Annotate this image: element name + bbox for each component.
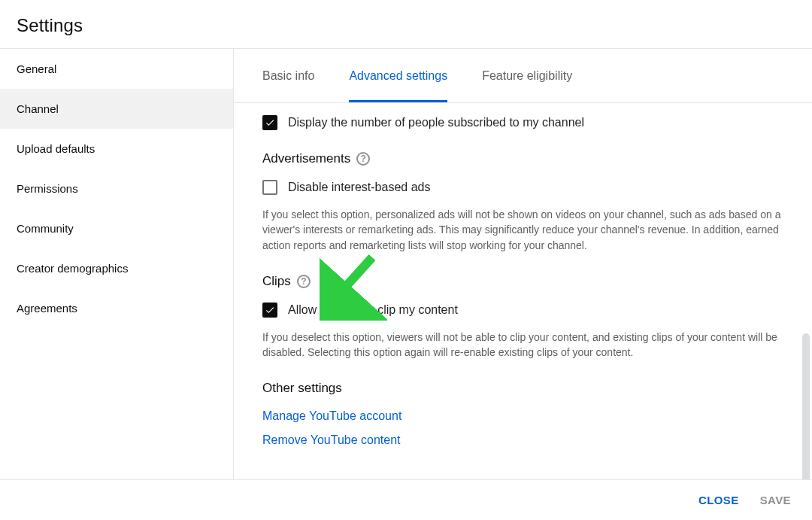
sidebar-item-permissions[interactable]: Permissions — [0, 169, 233, 208]
ads-description: If you select this option, personalized … — [262, 207, 783, 253]
allow-clips-label: Allow viewers to clip my content — [288, 303, 458, 317]
settings-content: Basic info Advanced settings Feature eli… — [234, 49, 812, 479]
disable-interest-ads-label: Disable interest-based ads — [288, 181, 430, 194]
sidebar-item-creator-demographics[interactable]: Creator demographics — [0, 248, 233, 288]
advanced-settings-panel: Display the number of people subscribed … — [234, 103, 812, 478]
save-button: SAVE — [760, 494, 791, 506]
subscriber-count-label: Display the number of people subscribed … — [288, 116, 584, 129]
help-icon[interactable]: ? — [297, 275, 311, 288]
allow-clips-checkbox[interactable] — [262, 303, 277, 318]
disable-ads-row: Disable interest-based ads — [262, 180, 783, 195]
manage-account-link[interactable]: Manage YouTube account — [262, 409, 783, 423]
remove-content-link[interactable]: Remove YouTube content — [262, 433, 783, 447]
other-settings-title: Other settings — [262, 381, 783, 396]
clips-section-title: Clips ? — [262, 274, 783, 289]
sidebar-item-upload-defaults[interactable]: Upload defaults — [0, 129, 233, 169]
settings-sidebar: General Channel Upload defaults Permissi… — [0, 49, 234, 479]
scrollbar[interactable] — [802, 333, 810, 491]
tab-advanced-settings[interactable]: Advanced settings — [349, 50, 447, 102]
help-icon[interactable]: ? — [356, 152, 370, 166]
clips-description: If you deselect this option, viewers wil… — [262, 330, 783, 360]
dialog-footer: CLOSE SAVE — [0, 479, 812, 520]
sidebar-item-general[interactable]: General — [0, 49, 233, 89]
tab-feature-eligibility[interactable]: Feature eligibility — [482, 50, 572, 102]
ads-section-title: Advertisements ? — [262, 151, 783, 166]
checkmark-icon — [265, 117, 275, 128]
disable-interest-ads-checkbox[interactable] — [262, 180, 277, 195]
sidebar-item-agreements[interactable]: Agreements — [0, 288, 233, 328]
close-button[interactable]: CLOSE — [698, 494, 739, 506]
subscriber-count-checkbox[interactable] — [262, 115, 277, 130]
sidebar-item-community[interactable]: Community — [0, 208, 233, 248]
tab-basic-info[interactable]: Basic info — [262, 50, 314, 102]
settings-header: Settings — [0, 0, 812, 49]
page-title: Settings — [17, 15, 795, 36]
subscriber-count-row: Display the number of people subscribed … — [262, 115, 783, 130]
checkmark-icon — [265, 305, 275, 315]
sidebar-item-channel[interactable]: Channel — [0, 89, 233, 129]
tabs: Basic info Advanced settings Feature eli… — [234, 49, 812, 103]
allow-clips-row: Allow viewers to clip my content — [262, 303, 783, 318]
